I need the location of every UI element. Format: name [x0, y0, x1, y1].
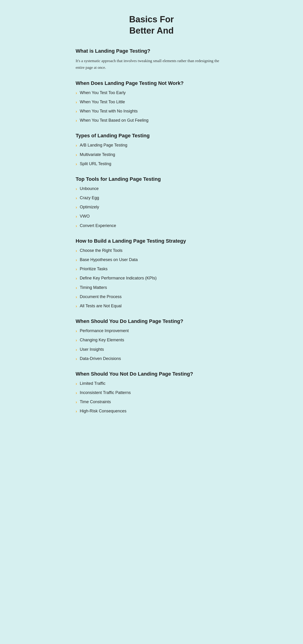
chevron-icon: ›: [76, 328, 77, 334]
list-item-text: Unbounce: [80, 186, 99, 192]
section-when-not: When Should You Not Do Landing Page Test…: [76, 371, 227, 414]
list-item-text: Data-Driven Decisions: [80, 356, 121, 362]
list-item: ›When You Test with No Insights: [76, 108, 227, 114]
list-item-text: When You Test Too Little: [80, 99, 125, 105]
chevron-icon: ›: [76, 186, 77, 192]
list-item: ›When You Test Too Little: [76, 99, 227, 105]
list-item-text: Inconsistent Traffic Patterns: [80, 390, 131, 396]
title-middle: Basics ForBetter And: [129, 14, 174, 36]
section-heading-when-not-work: When Does Landing Page Testing Not Work?: [76, 80, 227, 86]
list-top-tools: ›Unbounce›Crazy Egg›Optimizely›VWO›Conve…: [76, 186, 227, 229]
section-heading-top-tools: Top Tools for Landing Page Testing: [76, 176, 227, 182]
list-item-text: All Tests are Not Equal: [80, 303, 122, 309]
chevron-icon: ›: [76, 161, 77, 167]
list-item-text: Choose the Right Tools: [80, 248, 123, 254]
section-when-not-work: When Does Landing Page Testing Not Work?…: [76, 80, 227, 124]
list-item: ›Limited Traffic: [76, 381, 227, 387]
list-item-text: VWO: [80, 214, 90, 219]
section-heading-types: Types of Landing Page Testing: [76, 133, 227, 139]
list-item-text: When You Test Too Early: [80, 90, 126, 96]
chevron-icon: ›: [76, 204, 77, 210]
chevron-icon: ›: [76, 276, 77, 281]
list-item: ›User Insights: [76, 346, 227, 352]
chevron-icon: ›: [76, 152, 77, 158]
chevron-icon: ›: [76, 257, 77, 263]
list-item: ›Changing Key Elements: [76, 337, 227, 343]
list-item: ›Time Constraints: [76, 399, 227, 405]
list-when-not-work: ›When You Test Too Early›When You Test T…: [76, 90, 227, 124]
list-item: ›Data-Driven Decisions: [76, 356, 227, 362]
list-item-text: A/B Landing Page Testing: [80, 142, 127, 148]
page-wrapper: Basics ForBetter And What is Landing Pag…: [66, 0, 237, 442]
section-what-is: What is Landing Page Testing?It's a syst…: [76, 48, 227, 71]
list-item-text: Convert Experience: [80, 223, 116, 228]
list-item: ›Prioritize Tasks: [76, 266, 227, 272]
list-item-text: When You Test Based on Gut Feeling: [80, 118, 149, 123]
chevron-icon: ›: [76, 108, 77, 114]
list-item: ›Timing Matters: [76, 285, 227, 291]
list-item: ›Choose the Right Tools: [76, 248, 227, 254]
chevron-icon: ›: [76, 214, 77, 220]
header-section: Basics ForBetter And: [76, 14, 227, 36]
section-heading-when-should: When Should You Do Landing Page Testing?: [76, 318, 227, 324]
list-when-should: ›Performance Improvement›Changing Key El…: [76, 328, 227, 362]
list-item: ›High-Risk Consequences: [76, 408, 227, 414]
list-item-text: Performance Improvement: [80, 328, 129, 334]
chevron-icon: ›: [76, 195, 77, 201]
section-top-tools: Top Tools for Landing Page Testing›Unbou…: [76, 176, 227, 229]
chevron-icon: ›: [76, 99, 77, 105]
chevron-icon: ›: [76, 142, 77, 148]
section-heading-what-is: What is Landing Page Testing?: [76, 48, 227, 54]
list-item: ›When You Test Too Early: [76, 90, 227, 96]
list-item: ›Unbounce: [76, 186, 227, 192]
chevron-icon: ›: [76, 399, 77, 405]
list-item-text: Split URL Testing: [80, 161, 111, 167]
list-item-text: High-Risk Consequences: [80, 408, 126, 414]
chevron-icon: ›: [76, 338, 77, 343]
list-item: ›Convert Experience: [76, 223, 227, 229]
list-item: ›VWO: [76, 214, 227, 220]
section-heading-when-not: When Should You Not Do Landing Page Test…: [76, 371, 227, 377]
chevron-icon: ›: [76, 294, 77, 300]
list-item-text: Crazy Egg: [80, 195, 99, 201]
section-types: Types of Landing Page Testing›A/B Landin…: [76, 133, 227, 167]
chevron-icon: ›: [76, 266, 77, 272]
chevron-icon: ›: [76, 118, 77, 124]
list-item: ›When You Test Based on Gut Feeling: [76, 118, 227, 124]
chevron-icon: ›: [76, 90, 77, 96]
list-item: ›A/B Landing Page Testing: [76, 142, 227, 148]
list-item-text: Base Hypotheses on User Data: [80, 257, 138, 263]
page-title: Basics ForBetter And: [76, 14, 227, 36]
list-item: ›Inconsistent Traffic Patterns: [76, 390, 227, 396]
list-item-text: Changing Key Elements: [80, 337, 124, 343]
chevron-icon: ›: [76, 390, 77, 396]
list-item-text: Optimizely: [80, 204, 99, 210]
list-strategy: ›Choose the Right Tools›Base Hypotheses …: [76, 248, 227, 309]
list-item: ›Split URL Testing: [76, 161, 227, 167]
intro-text-what-is: It's a systematic approach that involves…: [76, 58, 227, 71]
chevron-icon: ›: [76, 408, 77, 414]
list-item: ›Multivariate Testing: [76, 152, 227, 158]
chevron-icon: ›: [76, 285, 77, 291]
section-when-should: When Should You Do Landing Page Testing?…: [76, 318, 227, 362]
list-item: ›Performance Improvement: [76, 328, 227, 334]
list-item: ›Document the Process: [76, 294, 227, 300]
list-item: ›Optimizely: [76, 204, 227, 210]
list-item-text: When You Test with No Insights: [80, 108, 138, 114]
list-item-text: Multivariate Testing: [80, 152, 115, 158]
list-item-text: Time Constraints: [80, 399, 111, 405]
list-types: ›A/B Landing Page Testing›Multivariate T…: [76, 142, 227, 167]
chevron-icon: ›: [76, 347, 77, 352]
section-strategy: How to Build a Landing Page Testing Stra…: [76, 238, 227, 309]
list-item-text: Limited Traffic: [80, 381, 105, 386]
chevron-icon: ›: [76, 223, 77, 229]
list-item: ›Define Key Performance Indicators (KPIs…: [76, 275, 227, 281]
chevron-icon: ›: [76, 381, 77, 387]
chevron-icon: ›: [76, 303, 77, 309]
list-item-text: Timing Matters: [80, 285, 107, 290]
section-heading-strategy: How to Build a Landing Page Testing Stra…: [76, 238, 227, 244]
list-item: ›All Tests are Not Equal: [76, 303, 227, 309]
chevron-icon: ›: [76, 248, 77, 254]
list-item-text: Prioritize Tasks: [80, 266, 108, 272]
list-item-text: User Insights: [80, 346, 104, 352]
